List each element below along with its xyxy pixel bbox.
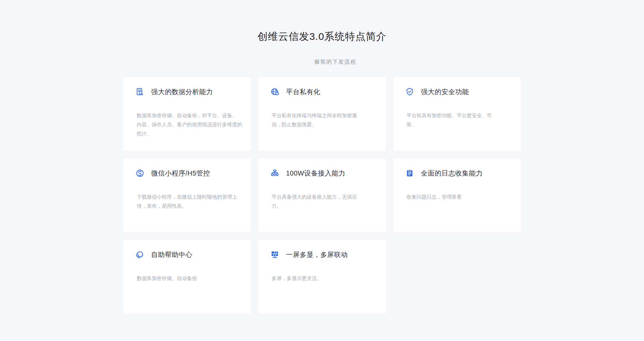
- feature-card-header: 自助帮助中心: [124, 250, 251, 259]
- multi-screen-icon: [270, 250, 279, 259]
- miniprogram-icon: [136, 169, 144, 178]
- feature-card-description: 平台软具有加密功能、平台更安全、可 靠、: [407, 111, 512, 129]
- feature-card-header: 平台私有化: [258, 87, 386, 96]
- page-subtitle: 极简的下发流程: [13, 58, 644, 66]
- feature-card-header: 强大的数据分析能力: [124, 87, 251, 96]
- feature-card-description: 下载微信小程序，在微信上随时随地的管理上 传，发布，易用性高。: [137, 192, 242, 210]
- feature-card: 强大的安全功能平台软具有加密功能、平台更安全、可 靠、: [393, 77, 521, 151]
- feature-card-title: 微信小程序/H5管控: [151, 169, 210, 178]
- feature-card: 微信小程序/H5管控下载微信小程序，在微信上随时随地的管理上 传，发布，易用性高…: [124, 158, 251, 232]
- shield-check-icon: [405, 87, 414, 96]
- feature-card-header: 一屏多显，多屏联动: [258, 250, 386, 259]
- feature-page: 创维云信发3.0系统特点简介 极简的下发流程 强大的数据分析能力数据库加密存储、…: [0, 0, 644, 341]
- feature-card-header: 强大的安全功能: [393, 87, 521, 96]
- feature-card-title: 一屏多显，多屏联动: [286, 250, 348, 259]
- feature-card-description: 平台具备强大的设备接入能力，无惧压 力。: [272, 192, 377, 210]
- document-search-icon: [136, 87, 144, 96]
- feature-card-title: 平台私有化: [286, 87, 321, 96]
- clipboard-log-icon: [405, 169, 414, 178]
- feature-card: 全面的日志收集能力收集问题日志，管理查看: [393, 158, 521, 232]
- page-title: 创维云信发3.0系统特点简介: [0, 29, 644, 44]
- feature-card-title: 全面的日志收集能力: [421, 169, 483, 178]
- feature-card-header: 微信小程序/H5管控: [124, 169, 251, 178]
- feature-card-header: 全面的日志收集能力: [393, 169, 521, 178]
- feature-card-title: 强大的数据分析能力: [151, 87, 213, 96]
- feature-card-description: 数据库加密存储、自动备份: [137, 274, 242, 283]
- feature-card-description: 平台私有化终端与终端之间全程加密通 信，防止数据泄露。: [272, 111, 377, 129]
- feature-card-description: 多屏，多显示更灵活。: [272, 274, 377, 283]
- device-topology-icon: [270, 169, 279, 178]
- feature-card-header: 100W设备接入能力: [258, 169, 386, 178]
- feature-card: 强大的数据分析能力数据库加密存储、自动备份，对平台、设备、 内容、操作人员、客户…: [124, 77, 251, 151]
- feature-card: 自助帮助中心数据库加密存储、自动备份: [124, 240, 251, 314]
- feature-card: 一屏多显，多屏联动多屏，多显示更灵活。: [258, 240, 386, 314]
- feature-card: 平台私有化平台私有化终端与终端之间全程加密通 信，防止数据泄露。: [258, 77, 386, 151]
- feature-card-description: 数据库加密存储、自动备份，对平台、设备、 内容、操作人员、客户的使用情况进行多维…: [137, 111, 242, 138]
- globe-lock-icon: [270, 87, 279, 96]
- headset-icon: [136, 250, 144, 259]
- feature-card-title: 自助帮助中心: [151, 250, 192, 259]
- feature-card-title: 强大的安全功能: [421, 87, 469, 96]
- feature-card-description: 收集问题日志，管理查看: [407, 192, 512, 201]
- feature-card-title: 100W设备接入能力: [286, 169, 345, 178]
- feature-grid: 强大的数据分析能力数据库加密存储、自动备份，对平台、设备、 内容、操作人员、客户…: [124, 77, 521, 314]
- feature-card: 100W设备接入能力平台具备强大的设备接入能力，无惧压 力。: [258, 158, 386, 232]
